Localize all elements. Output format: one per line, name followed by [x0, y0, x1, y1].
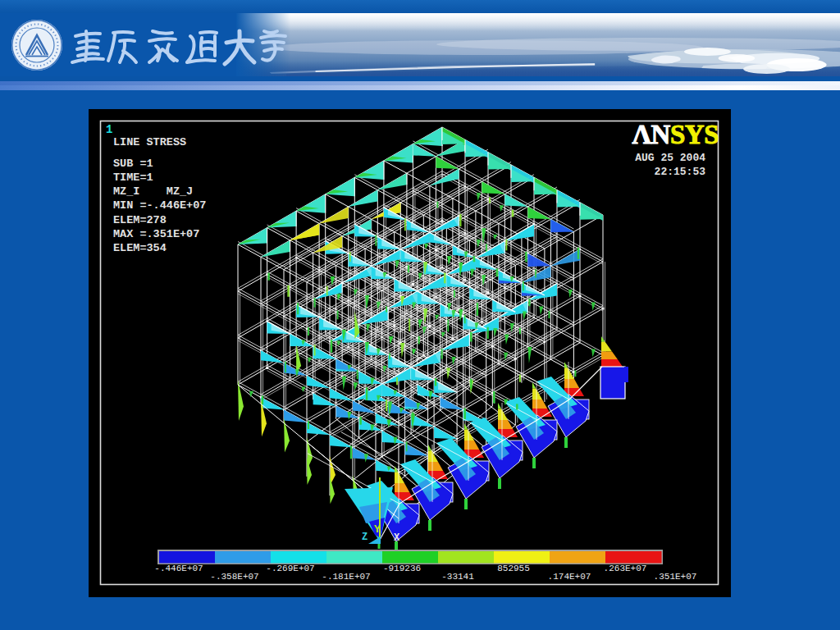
svg-text:ELEM=354: ELEM=354 [113, 242, 167, 254]
svg-text:-33141: -33141 [441, 572, 474, 582]
svg-text:ΛNSYS: ΛNSYS [632, 120, 719, 149]
svg-text:MZ_I MZ_J: MZ_I MZ_J [113, 185, 193, 198]
svg-text:TIME=1: TIME=1 [113, 171, 153, 184]
svg-text:-.446E+07: -.446E+07 [154, 564, 203, 573]
svg-text:-919236: -919236 [383, 564, 421, 573]
svg-text:Y: Y [374, 523, 381, 536]
svg-text:.263E+07: .263E+07 [604, 564, 647, 573]
svg-text:Z: Z [362, 532, 368, 543]
svg-text:-.358E+07: -.358E+07 [210, 572, 258, 582]
svg-text:1: 1 [106, 123, 112, 136]
svg-text:.174E+07: .174E+07 [548, 572, 591, 582]
svg-text:-.269E+07: -.269E+07 [266, 564, 314, 573]
svg-text:22:15:53: 22:15:53 [655, 166, 706, 178]
svg-text:AUG 25 2004: AUG 25 2004 [635, 152, 705, 164]
svg-text:MIN =-.446E+07: MIN =-.446E+07 [113, 199, 206, 212]
svg-text:SUB =1: SUB =1 [113, 158, 153, 170]
svg-text:LINE STRESS: LINE STRESS [113, 136, 186, 148]
svg-text:-.181E+07: -.181E+07 [322, 572, 370, 582]
svg-text:ELEM=278: ELEM=278 [113, 214, 167, 226]
svg-text:MAX =.351E+07: MAX =.351E+07 [113, 228, 199, 240]
svg-text:X: X [394, 532, 400, 544]
svg-text:.351E+07: .351E+07 [654, 572, 697, 582]
svg-text:852955: 852955 [497, 564, 530, 573]
